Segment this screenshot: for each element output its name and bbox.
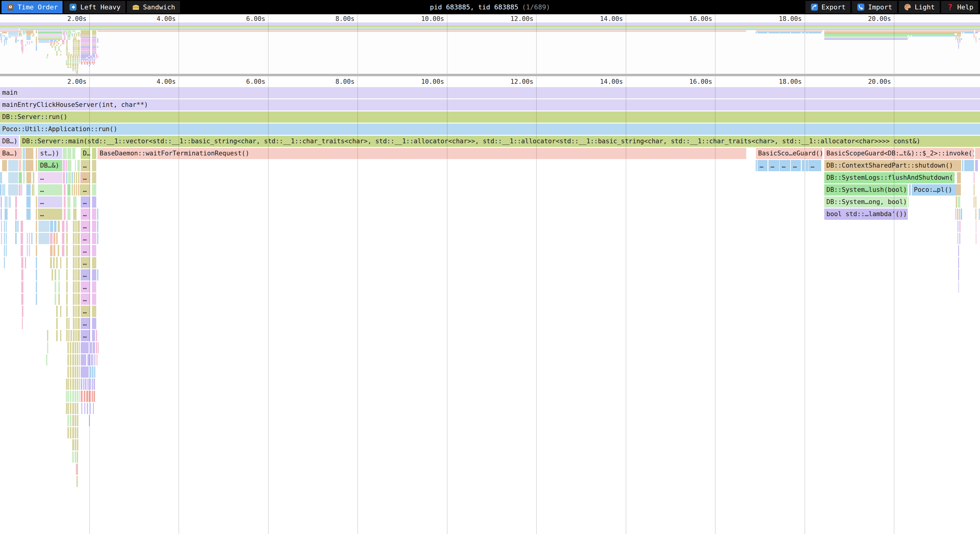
flame-frame[interactable] (81, 391, 83, 402)
flame-frame[interactable] (73, 318, 75, 329)
flame-frame[interactable] (75, 221, 77, 232)
flame-frame[interactable] (67, 196, 70, 208)
flame-frame[interactable] (94, 354, 95, 366)
flame-frame[interactable]: DB…&) (38, 160, 62, 171)
flame-frame[interactable] (19, 160, 21, 171)
flame-frame[interactable] (74, 184, 75, 195)
flame-frame[interactable] (8, 196, 11, 208)
flame-frame[interactable] (97, 354, 97, 366)
flame-frame[interactable] (72, 391, 74, 402)
flame-frame[interactable] (52, 269, 53, 281)
flame-frame[interactable] (47, 330, 48, 341)
flame-frame[interactable]: … (808, 160, 821, 171)
flame-frame[interactable] (1, 221, 2, 232)
flame-frame[interactable]: main (0, 87, 980, 99)
flame-frame[interactable] (90, 366, 91, 378)
flame-frame[interactable] (32, 184, 33, 195)
flame-frame[interactable] (66, 403, 67, 414)
flame-frame[interactable] (67, 342, 69, 353)
flame-frame[interactable] (72, 148, 75, 159)
flame-frame[interactable] (58, 281, 60, 292)
flame-frame[interactable] (36, 281, 37, 292)
flame-frame[interactable] (77, 403, 78, 414)
flame-frame[interactable] (87, 403, 88, 414)
flame-frame[interactable] (19, 172, 22, 183)
flame-frame[interactable] (92, 221, 96, 232)
flame-frame[interactable] (67, 391, 69, 402)
flame-frame[interactable]: … (81, 208, 90, 220)
flame-frame[interactable] (73, 257, 75, 269)
flame-frame[interactable] (60, 257, 61, 269)
flame-frame[interactable] (64, 184, 65, 195)
flame-frame[interactable] (60, 306, 61, 317)
flame-frame[interactable] (31, 233, 32, 244)
flame-frame[interactable]: Poco:…pl() (912, 184, 957, 195)
flame-frame[interactable] (73, 196, 76, 208)
flame-frame[interactable] (75, 439, 76, 451)
flame-frame[interactable]: … (757, 160, 767, 171)
flame-frame[interactable]: D… (81, 148, 90, 159)
flame-frame[interactable] (67, 208, 70, 220)
flame-frame[interactable] (67, 403, 69, 414)
flame-frame[interactable] (974, 184, 975, 195)
flame-frame[interactable] (21, 245, 23, 256)
flame-frame[interactable] (77, 221, 80, 232)
flame-frame[interactable]: DB…) (0, 136, 19, 147)
flame-frame[interactable] (67, 366, 69, 378)
flame-frame[interactable] (958, 245, 959, 256)
flame-frame[interactable] (4, 233, 5, 244)
flame-frame[interactable] (92, 184, 96, 195)
flame-frame[interactable] (75, 318, 77, 329)
flame-frame[interactable] (56, 257, 58, 269)
flame-frame[interactable]: … (81, 269, 90, 281)
flame-frame[interactable] (36, 269, 37, 281)
flame-frame[interactable] (92, 281, 96, 292)
flame-frame[interactable] (75, 366, 76, 378)
flame-frame[interactable] (72, 342, 74, 353)
flame-frame[interactable] (92, 257, 96, 269)
flame-frame[interactable] (67, 160, 72, 171)
flame-frame[interactable] (73, 294, 75, 305)
flame-frame[interactable] (958, 269, 959, 281)
flame-frame[interactable] (957, 221, 959, 232)
flame-frame[interactable] (25, 148, 33, 159)
flame-frame[interactable]: … (81, 245, 90, 256)
flame-frame[interactable]: DB::SystemLogs::flushAndShutdown() (824, 172, 955, 183)
flame-frame[interactable] (56, 330, 58, 341)
flame-frame[interactable] (77, 378, 78, 390)
flame-frame[interactable]: … (38, 196, 62, 208)
flame-frame[interactable] (81, 403, 82, 414)
flame-frame[interactable] (75, 294, 77, 305)
flame-frame[interactable] (975, 160, 978, 171)
flame-frame[interactable] (805, 160, 808, 171)
flame-frame[interactable] (66, 257, 68, 269)
flame-frame[interactable] (77, 415, 78, 426)
flame-frame[interactable] (959, 221, 961, 232)
flame-frame[interactable] (77, 342, 78, 353)
flame-frame[interactable] (0, 184, 2, 195)
flame-frame[interactable] (92, 208, 96, 220)
flame-frame[interactable] (58, 245, 59, 256)
flame-frame[interactable] (958, 196, 960, 208)
flame-frame[interactable]: … (81, 294, 90, 305)
flame-frame[interactable] (23, 148, 24, 159)
flame-frame[interactable] (959, 208, 960, 220)
flame-frame[interactable] (86, 391, 88, 402)
flame-frame[interactable] (36, 245, 37, 256)
color-scheme-button[interactable]: Light (899, 1, 940, 13)
flame-frame[interactable]: DB::ContextSharedPart::shutdown() (824, 160, 961, 171)
flame-frame[interactable] (53, 233, 55, 244)
flame-frame[interactable] (89, 378, 91, 390)
flame-frame[interactable]: … (768, 160, 780, 171)
flame-frame[interactable] (0, 172, 2, 183)
flame-frame[interactable] (8, 172, 18, 183)
flame-frame[interactable] (974, 172, 975, 183)
flame-frame[interactable] (58, 294, 60, 305)
flame-frame[interactable] (17, 221, 19, 232)
flame-frame[interactable] (72, 403, 74, 414)
flame-frame[interactable] (979, 208, 980, 220)
flame-frame[interactable] (92, 160, 96, 171)
flame-frame[interactable] (81, 366, 89, 378)
flame-frame[interactable]: … (81, 196, 90, 208)
flame-frame[interactable] (72, 184, 73, 195)
